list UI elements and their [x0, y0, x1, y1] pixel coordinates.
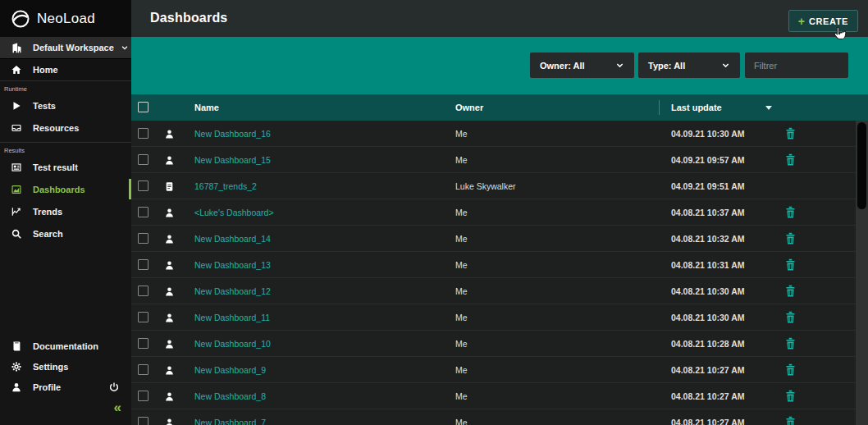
sidebar-item-search[interactable]: Search — [0, 222, 131, 244]
owner-cell: Me — [455, 304, 468, 331]
row-checkbox[interactable] — [138, 417, 148, 425]
row-checkbox[interactable] — [138, 128, 148, 139]
person-icon — [164, 286, 176, 297]
person-icon — [164, 233, 176, 244]
table-row: New Dashboard_11 Me 04.08.21 10:30 AM — [131, 304, 856, 331]
top-bar: Dashboards — [131, 0, 868, 37]
delete-icon[interactable] — [784, 416, 797, 425]
column-header-owner[interactable]: Owner — [455, 94, 483, 121]
scrollbar-thumb[interactable] — [857, 122, 866, 209]
dashboard-link[interactable]: <Luke's Dashboard> — [194, 199, 274, 226]
delete-icon[interactable] — [784, 390, 797, 403]
workspace-label: Default Workspace — [33, 43, 114, 53]
table-row: 16787_trends_2 Luke Skywalker 04.09.21 0… — [131, 173, 856, 199]
owner-cell: Me — [455, 383, 468, 409]
row-checkbox[interactable] — [138, 181, 148, 191]
table-row: New Dashboard_10 Me 04.08.21 10:28 AM — [131, 331, 856, 357]
type-filter-select[interactable]: Type: All — [638, 53, 740, 78]
delete-icon[interactable] — [784, 311, 797, 324]
owner-cell: Me — [455, 409, 468, 425]
play-icon — [0, 100, 33, 112]
sidebar-item-tests[interactable]: Tests — [0, 94, 131, 117]
table-row: New Dashboard_12 Me 04.08.21 10:30 AM — [131, 278, 856, 304]
sidebar-item-profile[interactable]: Profile — [0, 377, 131, 397]
column-divider — [659, 100, 660, 115]
collapse-row: « — [0, 397, 131, 417]
row-checkbox[interactable] — [138, 259, 148, 270]
row-checkbox[interactable] — [138, 312, 148, 322]
delete-icon[interactable] — [784, 206, 797, 219]
delete-icon[interactable] — [784, 153, 797, 167]
owner-cell: Me — [455, 252, 468, 278]
row-checkbox[interactable] — [138, 364, 148, 375]
table-row: New Dashboard_13 Me 04.08.21 10:31 AM — [131, 252, 856, 278]
delete-icon[interactable] — [784, 127, 797, 140]
sidebar-item-home[interactable]: Home — [0, 59, 131, 81]
row-checkbox[interactable] — [138, 233, 148, 244]
runtime-section-label: Runtime — [0, 81, 131, 94]
delete-icon[interactable] — [784, 285, 797, 298]
scrollbar — [856, 121, 868, 425]
dashboard-link[interactable]: New Dashboard_9 — [194, 357, 266, 383]
mouse-cursor-hand — [831, 25, 850, 44]
report-icon — [164, 181, 176, 192]
dashboard-link[interactable]: New Dashboard_11 — [194, 304, 270, 331]
last-update-cell: 04.08.21 10:32 AM — [671, 226, 745, 252]
chevron-down-icon — [121, 40, 129, 55]
logo: NeoLoad — [0, 0, 131, 37]
person-icon — [164, 154, 176, 166]
filter-band: Owner: All Type: All — [131, 37, 868, 94]
row-checkbox[interactable] — [138, 286, 148, 296]
sidebar-item-test-result[interactable]: Test result — [0, 156, 131, 178]
dashboard-link[interactable]: New Dashboard_14 — [194, 226, 271, 252]
sidebar-item-resources[interactable]: Resources — [0, 117, 131, 139]
last-update-cell: 04.09.21 09:51 AM — [671, 173, 745, 199]
logout-power-icon[interactable] — [108, 382, 120, 393]
row-checkbox[interactable] — [138, 338, 148, 349]
workspace-icon — [0, 42, 33, 54]
sidebar-item-settings[interactable]: Settings — [0, 356, 131, 377]
row-checkbox[interactable] — [138, 207, 148, 217]
column-header-name[interactable]: Name — [194, 94, 219, 121]
dashboard-link[interactable]: New Dashboard_13 — [194, 252, 271, 278]
collapse-sidebar-icon[interactable]: « — [114, 400, 121, 414]
table-row: New Dashboard_14 Me 04.08.21 10:32 AM — [131, 226, 856, 252]
resources-icon — [0, 122, 33, 134]
dashboards-icon — [0, 184, 33, 195]
app-window: NeoLoad Default Workspace Home Runtime T… — [0, 0, 868, 425]
row-checkbox[interactable] — [138, 154, 148, 165]
dashboard-link[interactable]: New Dashboard_10 — [194, 331, 271, 357]
person-icon — [164, 417, 176, 425]
column-header-last-update[interactable]: Last update — [671, 94, 722, 121]
last-update-cell: 04.09.21 10:30 AM — [671, 121, 745, 147]
dashboard-link[interactable]: New Dashboard_16 — [194, 121, 271, 147]
dashboard-link[interactable]: New Dashboard_8 — [194, 383, 266, 409]
dashboard-link[interactable]: 16787_trends_2 — [194, 173, 257, 199]
delete-icon[interactable] — [784, 337, 797, 350]
owner-filter-select[interactable]: Owner: All — [530, 53, 634, 78]
person-icon — [164, 128, 176, 139]
row-checkbox[interactable] — [138, 391, 148, 401]
last-update-cell: 04.09.21 09:57 AM — [671, 147, 745, 173]
select-all-checkbox[interactable] — [138, 102, 148, 112]
sidebar-item-trends[interactable]: Trends — [0, 200, 131, 222]
dashboard-link[interactable]: New Dashboard_12 — [194, 278, 271, 304]
last-update-cell: 04.08.21 10:30 AM — [671, 304, 745, 331]
delete-icon[interactable] — [784, 232, 797, 245]
table-row: New Dashboard_7 Me 04.08.21 10:27 AM — [131, 409, 856, 425]
table-row: New Dashboard_15 Me 04.09.21 09:57 AM — [131, 147, 856, 173]
table-row: New Dashboard_9 Me 04.08.21 10:27 AM — [131, 357, 856, 383]
table-header: Name Owner Last update — [131, 94, 868, 121]
owner-cell: Me — [455, 278, 468, 304]
filter-input[interactable] — [745, 53, 848, 78]
delete-icon[interactable] — [784, 363, 797, 377]
person-icon — [164, 259, 176, 271]
sort-desc-icon[interactable] — [765, 106, 772, 110]
delete-icon[interactable] — [784, 258, 797, 272]
sidebar-item-documentation[interactable]: Documentation — [0, 336, 131, 356]
person-icon — [164, 338, 176, 350]
workspace-selector[interactable]: Default Workspace — [0, 37, 131, 59]
dashboard-link[interactable]: New Dashboard_7 — [194, 409, 266, 425]
dashboard-link[interactable]: New Dashboard_15 — [194, 147, 271, 173]
sidebar-item-dashboards[interactable]: Dashboards — [0, 178, 131, 200]
